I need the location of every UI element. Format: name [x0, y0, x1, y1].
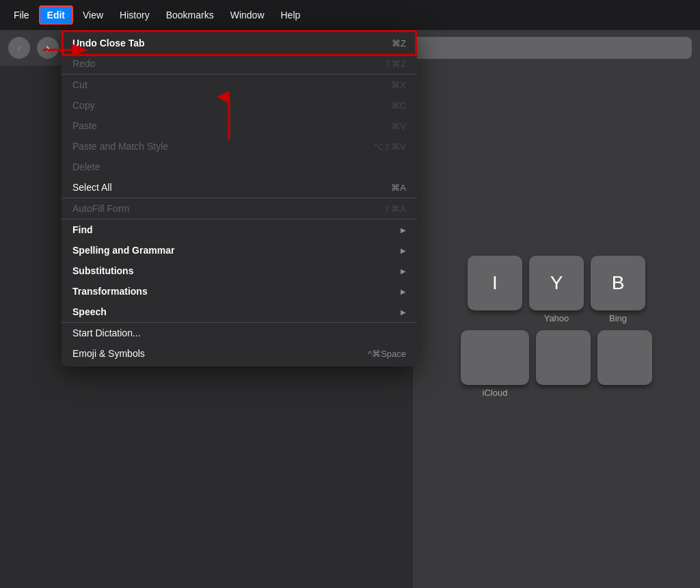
copy-shortcut: ⌘C	[391, 101, 406, 111]
key-icloud-label: iCloud	[483, 388, 508, 398]
transformations-submenu-arrow: ▶	[401, 288, 406, 295]
menu-item-undo-close-tab[interactable]: Undo Close Tab ⌘Z	[62, 33, 417, 53]
speech-label: Speech	[72, 306, 107, 317]
key-i-container: I	[468, 256, 522, 323]
menu-item-copy: Copy ⌘C	[62, 95, 417, 116]
keyboard-row-bottom: iCloud	[461, 330, 652, 398]
forward-button[interactable]: ›	[37, 37, 59, 59]
menu-item-select-all[interactable]: Select All ⌘A	[62, 177, 417, 198]
paste-shortcut: ⌘V	[391, 121, 406, 131]
menu-file[interactable]: File	[7, 7, 36, 23]
menu-bar: File Edit View History Bookmarks Window …	[0, 0, 700, 30]
menu-view[interactable]: View	[76, 7, 110, 23]
spelling-label: Spelling and Grammar	[72, 245, 174, 256]
dropdown-section-dictation: Start Dictation... Emoji & Symbols ^⌘Spa…	[62, 323, 417, 364]
menu-item-dictation[interactable]: Start Dictation...	[62, 323, 417, 343]
paste-match-label: Paste and Match Style	[72, 141, 168, 152]
back-button[interactable]: ‹	[8, 37, 30, 59]
cut-shortcut: ⌘X	[391, 80, 406, 90]
substitutions-label: Substitutions	[72, 265, 133, 276]
menu-item-find[interactable]: Find ▶	[62, 219, 417, 240]
menu-edit[interactable]: Edit	[39, 5, 73, 25]
cut-label: Cut	[72, 79, 88, 90]
autofill-label: AutoFill Form	[72, 203, 129, 214]
menu-item-delete: Delete	[62, 157, 417, 177]
dropdown-section-undo: Undo Close Tab ⌘Z Redo ⇧⌘Z	[62, 33, 417, 75]
paste-match-shortcut: ⌥⇧⌘V	[373, 142, 406, 152]
select-all-shortcut: ⌘A	[391, 183, 406, 193]
menu-item-autofill: AutoFill Form ⇧⌘A	[62, 198, 417, 219]
spelling-submenu-arrow: ▶	[401, 247, 406, 254]
redo-label: Redo	[72, 58, 95, 69]
menu-history[interactable]: History	[113, 7, 157, 23]
emoji-shortcut: ^⌘Space	[368, 349, 406, 359]
speech-submenu-arrow: ▶	[401, 308, 406, 316]
menu-item-emoji[interactable]: Emoji & Symbols ^⌘Space	[62, 343, 417, 364]
dropdown-section-autofill: AutoFill Form ⇧⌘A	[62, 198, 417, 219]
emoji-label: Emoji & Symbols	[72, 348, 145, 359]
select-all-label: Select All	[72, 182, 112, 193]
autofill-shortcut: ⇧⌘A	[383, 204, 406, 214]
key-w2[interactable]	[536, 330, 591, 385]
menu-item-substitutions[interactable]: Substitutions ▶	[62, 260, 417, 281]
keyboard-background: I Y Yahoo B Bing iCloud	[413, 66, 700, 588]
key-w3-container	[597, 330, 652, 398]
dropdown-section-clipboard: Cut ⌘X Copy ⌘C Paste ⌘V Paste and Match …	[62, 75, 417, 198]
key-y[interactable]: Y	[529, 256, 584, 310]
key-icloud[interactable]	[461, 330, 529, 385]
key-b[interactable]: B	[591, 256, 645, 310]
menu-item-redo: Redo ⇧⌘Z	[62, 53, 417, 74]
menu-item-speech[interactable]: Speech ▶	[62, 302, 417, 322]
find-label: Find	[72, 224, 93, 235]
menu-item-cut: Cut ⌘X	[62, 75, 417, 95]
undo-close-tab-label: Undo Close Tab	[72, 38, 145, 49]
menu-item-spelling[interactable]: Spelling and Grammar ▶	[62, 240, 417, 260]
menu-item-transformations[interactable]: Transformations ▶	[62, 281, 417, 302]
find-submenu-arrow: ▶	[401, 226, 406, 234]
key-yahoo-label: Yahoo	[544, 313, 569, 323]
transformations-label: Transformations	[72, 286, 148, 297]
menu-bookmarks[interactable]: Bookmarks	[159, 7, 221, 23]
menu-item-paste-match: Paste and Match Style ⌥⇧⌘V	[62, 136, 417, 157]
redo-shortcut: ⇧⌘Z	[384, 59, 406, 69]
copy-label: Copy	[72, 100, 95, 111]
key-w2-container	[536, 330, 591, 398]
key-w3[interactable]	[597, 330, 652, 385]
undo-close-tab-shortcut: ⌘Z	[392, 38, 406, 49]
key-i[interactable]: I	[468, 256, 522, 310]
menu-window[interactable]: Window	[224, 7, 271, 23]
key-y-container: Y Yahoo	[529, 256, 584, 323]
key-bing-label: Bing	[609, 313, 627, 323]
menu-item-paste: Paste ⌘V	[62, 116, 417, 136]
substitutions-submenu-arrow: ▶	[401, 267, 406, 275]
key-icloud-container: iCloud	[461, 330, 529, 398]
edit-menu-dropdown: Undo Close Tab ⌘Z Redo ⇧⌘Z Cut ⌘X Copy ⌘…	[62, 30, 417, 366]
keyboard-row-top: I Y Yahoo B Bing	[468, 256, 645, 323]
paste-label: Paste	[72, 120, 97, 131]
menu-help[interactable]: Help	[274, 7, 308, 23]
dictation-label: Start Dictation...	[72, 328, 141, 338]
delete-label: Delete	[72, 161, 100, 172]
dropdown-section-find: Find ▶ Spelling and Grammar ▶ Substituti…	[62, 219, 417, 323]
key-b-container: B Bing	[591, 256, 645, 323]
